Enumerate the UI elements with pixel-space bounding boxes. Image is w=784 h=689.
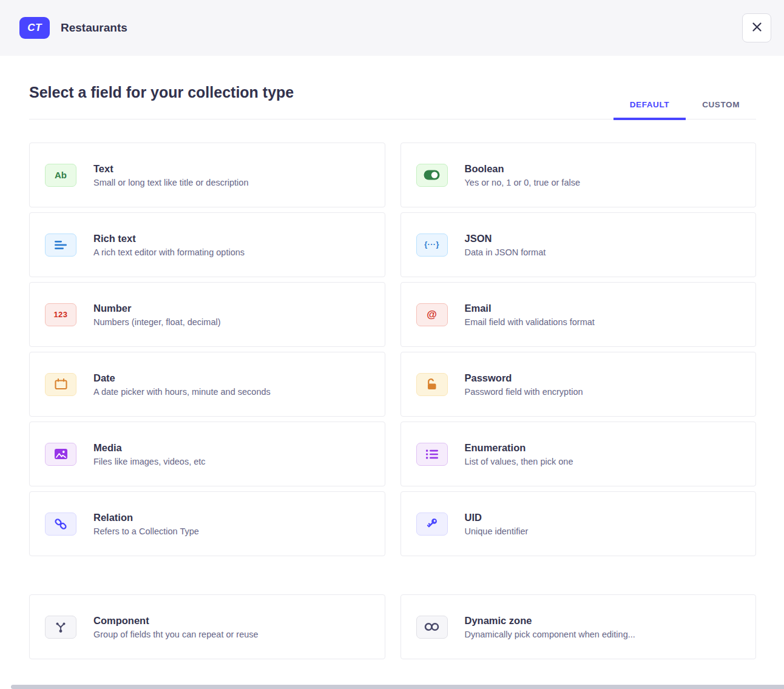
text-field-icon: Ab — [45, 164, 76, 187]
field-card-text: EnumerationList of values, then pick one — [465, 442, 573, 466]
calendar-icon — [45, 373, 76, 396]
field-title: Text — [93, 163, 248, 175]
field-card-text: DateA date picker with hours, minute and… — [93, 372, 271, 397]
close-icon — [752, 22, 762, 33]
chain-link-icon — [45, 513, 76, 536]
field-title: Rich text — [93, 233, 245, 244]
field-description: Email field with validations format — [465, 317, 595, 327]
field-card-number[interactable]: 123NumberNumbers (integer, float, decima… — [29, 282, 385, 347]
field-card-uid[interactable]: UIDUnique identifier — [400, 491, 757, 556]
field-title: Dynamic zone — [465, 615, 635, 627]
field-card-text: TextSmall or long text like title or des… — [93, 163, 248, 187]
field-card-text: ComponentGroup of fields tht you can rep… — [93, 615, 259, 639]
tab-default[interactable]: DEFAULT — [613, 100, 686, 119]
field-card-text: RelationRefers to a Collection Type — [93, 512, 199, 536]
field-card-text: MediaFiles like images, videos, etc — [93, 442, 206, 466]
field-card-text: BooleanYes or no, 1 or 0, true or false — [465, 163, 581, 187]
field-title: Number — [93, 303, 221, 314]
infinity-icon — [416, 616, 448, 639]
field-title: JSON — [465, 233, 546, 244]
field-card-richtext[interactable]: Rich textA rich text editor with formati… — [29, 212, 385, 277]
field-card-boolean[interactable]: BooleanYes or no, 1 or 0, true or false — [400, 143, 757, 207]
field-card-enumeration[interactable]: EnumerationList of values, then pick one — [400, 422, 757, 486]
field-card-text: Dynamic zoneDynamically pick component w… — [465, 615, 635, 639]
field-description: A date picker with hours, minute and sec… — [93, 387, 271, 397]
field-card-media[interactable]: MediaFiles like images, videos, etc — [29, 422, 385, 486]
email-at-icon: @ — [416, 303, 448, 326]
field-card-text: JSONData in JSON format — [465, 233, 546, 257]
field-card-dynamiczone[interactable]: Dynamic zoneDynamically pick component w… — [400, 594, 757, 659]
field-title: Boolean — [465, 163, 581, 175]
tab-custom[interactable]: CUSTOM — [686, 100, 756, 119]
field-description: List of values, then pick one — [465, 457, 573, 466]
field-card-relation[interactable]: RelationRefers to a Collection Type — [29, 491, 385, 556]
field-card-text: NumberNumbers (integer, float, decimal) — [93, 303, 221, 327]
field-grid-default: AbTextSmall or long text like title or d… — [29, 143, 756, 556]
dialog-body: Select a field for your collection type … — [0, 84, 784, 659]
json-braces-icon: {···} — [416, 234, 448, 257]
field-description: Numbers (integer, float, decimal) — [93, 317, 221, 327]
key-icon — [416, 513, 448, 536]
field-description: Files like images, videos, etc — [93, 457, 206, 466]
lock-icon — [416, 373, 448, 396]
page-title: Select a field for your collection type — [29, 84, 294, 119]
field-title: Password — [465, 372, 583, 384]
dialog-header: CT Restaurants — [0, 0, 784, 56]
field-grid-advanced: ComponentGroup of fields tht you can rep… — [29, 594, 756, 659]
media-image-icon — [45, 443, 76, 466]
rich-text-icon — [45, 234, 76, 257]
field-description: Refers to a Collection Type — [93, 526, 199, 536]
field-description: Data in JSON format — [465, 247, 546, 257]
field-description: Group of fields tht you can repeat or re… — [93, 630, 259, 639]
field-title: Media — [93, 442, 206, 454]
field-description: A rich text editor with formating option… — [93, 247, 245, 257]
field-card-text: EmailEmail field with validations format — [465, 303, 595, 327]
field-title: Date — [93, 372, 271, 384]
field-description: Dynamically pick component when editing.… — [465, 630, 635, 639]
field-card-component[interactable]: ComponentGroup of fields tht you can rep… — [29, 594, 385, 659]
boolean-toggle-icon — [416, 164, 448, 187]
field-title: Component — [93, 615, 259, 627]
collection-type-badge: CT — [19, 17, 50, 39]
field-card-text: PasswordPassword field with encryption — [465, 372, 583, 397]
horizontal-scrollbar[interactable] — [11, 685, 784, 689]
field-card-text: Rich textA rich text editor with formati… — [93, 233, 245, 257]
field-description: Password field with encryption — [465, 387, 583, 397]
field-card-email[interactable]: @EmailEmail field with validations forma… — [400, 282, 757, 347]
tab-bar: DEFAULT CUSTOM — [613, 100, 756, 119]
field-title: Email — [465, 303, 595, 314]
field-card-date[interactable]: DateA date picker with hours, minute and… — [29, 352, 385, 417]
field-title: UID — [465, 512, 529, 523]
field-description: Unique identifier — [465, 526, 529, 536]
field-card-json[interactable]: {···}JSONData in JSON format — [400, 212, 757, 277]
number-123-icon: 123 — [45, 303, 76, 326]
field-title: Relation — [93, 512, 199, 523]
branch-nodes-icon — [45, 616, 76, 639]
field-card-text: UIDUnique identifier — [465, 512, 529, 536]
collection-title: Restaurants — [61, 21, 127, 35]
field-description: Yes or no, 1 or 0, true or false — [465, 178, 581, 187]
close-button[interactable] — [742, 13, 771, 42]
field-title: Enumeration — [465, 442, 573, 454]
field-card-text[interactable]: AbTextSmall or long text like title or d… — [29, 143, 385, 207]
bullet-list-icon — [416, 443, 448, 466]
title-row: Select a field for your collection type … — [29, 84, 756, 119]
field-description: Small or long text like title or descrip… — [93, 178, 248, 187]
field-card-password[interactable]: PasswordPassword field with encryption — [400, 352, 757, 417]
